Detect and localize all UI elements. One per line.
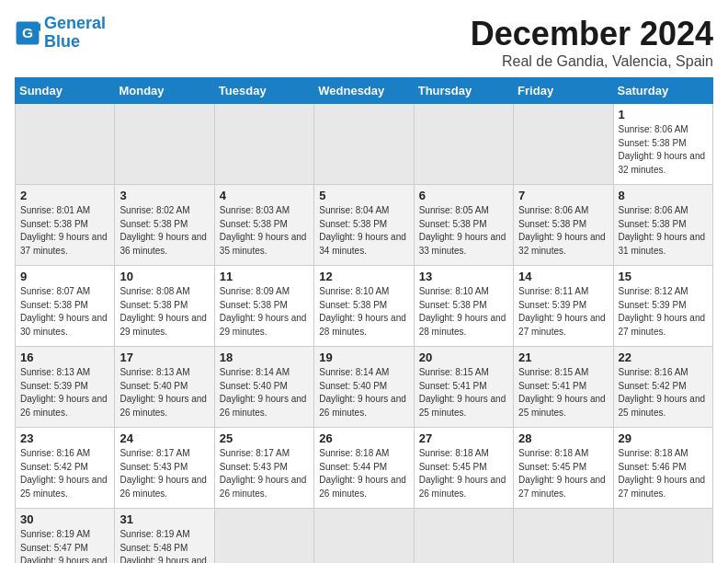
day-info: Sunrise: 8:01 AMSunset: 5:38 PMDaylight:… — [20, 204, 109, 258]
calendar-cell: 16Sunrise: 8:13 AMSunset: 5:39 PMDayligh… — [16, 347, 115, 428]
day-number: 31 — [119, 512, 209, 526]
day-number: 8 — [619, 189, 708, 202]
day-number: 19 — [319, 350, 408, 364]
day-number: 5 — [319, 189, 408, 202]
day-number: 24 — [119, 431, 209, 445]
calendar-cell: 4Sunrise: 8:03 AMSunset: 5:38 PMDaylight… — [214, 185, 313, 266]
calendar-cell — [414, 104, 513, 185]
day-info: Sunrise: 8:12 AMSunset: 5:39 PMDaylight:… — [619, 285, 708, 339]
day-info: Sunrise: 8:04 AMSunset: 5:38 PMDaylight:… — [319, 204, 408, 258]
calendar-cell — [214, 509, 313, 564]
day-header-thursday: Thursday — [414, 78, 513, 104]
calendar-cell: 28Sunrise: 8:18 AMSunset: 5:45 PMDayligh… — [514, 428, 613, 509]
calendar-cell: 18Sunrise: 8:14 AMSunset: 5:40 PMDayligh… — [214, 347, 313, 428]
calendar-cell: 29Sunrise: 8:18 AMSunset: 5:46 PMDayligh… — [613, 428, 712, 509]
day-number: 6 — [419, 189, 508, 202]
day-info: Sunrise: 8:06 AMSunset: 5:38 PMDaylight:… — [518, 204, 608, 258]
day-number: 11 — [220, 270, 309, 283]
day-number: 21 — [518, 350, 608, 364]
day-header-monday: Monday — [115, 78, 214, 104]
day-info: Sunrise: 8:15 AMSunset: 5:41 PMDaylight:… — [419, 366, 508, 419]
calendar-cell: 27Sunrise: 8:18 AMSunset: 5:45 PMDayligh… — [414, 428, 513, 509]
calendar-cell: 3Sunrise: 8:02 AMSunset: 5:38 PMDaylight… — [115, 185, 214, 266]
day-number: 10 — [119, 270, 209, 283]
day-info: Sunrise: 8:19 AMSunset: 5:47 PMDaylight:… — [20, 528, 109, 563]
calendar-week-0: 1Sunrise: 8:06 AMSunset: 5:38 PMDaylight… — [16, 104, 713, 185]
day-number: 26 — [319, 431, 408, 445]
calendar-cell: 21Sunrise: 8:15 AMSunset: 5:41 PMDayligh… — [514, 347, 613, 428]
day-number: 28 — [518, 431, 608, 445]
page-header: G GeneralBlue December 2024 Real de Gand… — [15, 15, 713, 70]
day-info: Sunrise: 8:19 AMSunset: 5:48 PMDaylight:… — [119, 528, 209, 563]
calendar-cell — [613, 509, 712, 564]
day-info: Sunrise: 8:13 AMSunset: 5:39 PMDaylight:… — [20, 366, 109, 419]
day-number: 29 — [619, 431, 708, 445]
day-number: 27 — [419, 431, 508, 445]
calendar-cell — [214, 104, 313, 185]
calendar-cell — [514, 509, 613, 564]
day-info: Sunrise: 8:18 AMSunset: 5:45 PMDaylight:… — [419, 447, 508, 500]
calendar-cell: 8Sunrise: 8:06 AMSunset: 5:38 PMDaylight… — [613, 185, 712, 266]
logo-text: GeneralBlue — [44, 15, 106, 52]
day-info: Sunrise: 8:18 AMSunset: 5:44 PMDaylight:… — [319, 447, 408, 500]
day-info: Sunrise: 8:06 AMSunset: 5:38 PMDaylight:… — [619, 123, 708, 177]
calendar-cell: 30Sunrise: 8:19 AMSunset: 5:47 PMDayligh… — [16, 509, 115, 564]
day-info: Sunrise: 8:02 AMSunset: 5:38 PMDaylight:… — [119, 204, 209, 258]
calendar-week-5: 30Sunrise: 8:19 AMSunset: 5:47 PMDayligh… — [16, 509, 713, 564]
calendar-cell: 15Sunrise: 8:12 AMSunset: 5:39 PMDayligh… — [613, 266, 712, 347]
day-number: 7 — [518, 189, 608, 202]
day-info: Sunrise: 8:06 AMSunset: 5:38 PMDaylight:… — [619, 204, 708, 258]
calendar-cell — [314, 104, 414, 185]
calendar-cell: 11Sunrise: 8:09 AMSunset: 5:38 PMDayligh… — [214, 266, 313, 347]
calendar-cell: 26Sunrise: 8:18 AMSunset: 5:44 PMDayligh… — [314, 428, 414, 509]
day-number: 14 — [518, 270, 608, 283]
calendar-cell — [414, 509, 513, 564]
day-header-wednesday: Wednesday — [314, 78, 414, 104]
calendar-cell: 10Sunrise: 8:08 AMSunset: 5:38 PMDayligh… — [115, 266, 214, 347]
calendar-cell — [16, 104, 115, 185]
month-title: December 2024 — [471, 15, 713, 53]
day-number: 17 — [119, 350, 209, 364]
day-number: 12 — [319, 270, 408, 283]
calendar-cell: 6Sunrise: 8:05 AMSunset: 5:38 PMDaylight… — [414, 185, 513, 266]
logo: G GeneralBlue — [15, 15, 106, 52]
day-number: 25 — [220, 431, 309, 445]
calendar-cell: 20Sunrise: 8:15 AMSunset: 5:41 PMDayligh… — [414, 347, 513, 428]
day-info: Sunrise: 8:17 AMSunset: 5:43 PMDaylight:… — [119, 447, 209, 500]
day-info: Sunrise: 8:16 AMSunset: 5:42 PMDaylight:… — [20, 447, 109, 500]
day-number: 4 — [220, 189, 309, 202]
day-number: 3 — [119, 189, 209, 202]
day-info: Sunrise: 8:14 AMSunset: 5:40 PMDaylight:… — [220, 366, 309, 419]
calendar-cell: 1Sunrise: 8:06 AMSunset: 5:38 PMDaylight… — [613, 104, 712, 185]
calendar-cell — [314, 509, 414, 564]
calendar-header-row: SundayMondayTuesdayWednesdayThursdayFrid… — [16, 78, 713, 104]
day-info: Sunrise: 8:17 AMSunset: 5:43 PMDaylight:… — [220, 447, 309, 500]
calendar-cell: 7Sunrise: 8:06 AMSunset: 5:38 PMDaylight… — [514, 185, 613, 266]
title-block: December 2024 Real de Gandia, Valencia, … — [471, 15, 713, 70]
day-info: Sunrise: 8:11 AMSunset: 5:39 PMDaylight:… — [518, 285, 608, 339]
day-number: 15 — [619, 270, 708, 283]
day-header-saturday: Saturday — [613, 78, 712, 104]
calendar-cell: 22Sunrise: 8:16 AMSunset: 5:42 PMDayligh… — [613, 347, 712, 428]
day-number: 20 — [419, 350, 508, 364]
logo-icon: G — [15, 20, 40, 46]
calendar-cell: 9Sunrise: 8:07 AMSunset: 5:38 PMDaylight… — [16, 266, 115, 347]
day-number: 30 — [20, 512, 109, 526]
calendar-cell: 12Sunrise: 8:10 AMSunset: 5:38 PMDayligh… — [314, 266, 414, 347]
day-header-tuesday: Tuesday — [214, 78, 313, 104]
day-number: 13 — [419, 270, 508, 283]
calendar-cell: 24Sunrise: 8:17 AMSunset: 5:43 PMDayligh… — [115, 428, 214, 509]
day-info: Sunrise: 8:05 AMSunset: 5:38 PMDaylight:… — [419, 204, 508, 258]
day-info: Sunrise: 8:15 AMSunset: 5:41 PMDaylight:… — [518, 366, 608, 419]
calendar-week-1: 2Sunrise: 8:01 AMSunset: 5:38 PMDaylight… — [16, 185, 713, 266]
day-number: 1 — [619, 108, 708, 121]
calendar-cell: 2Sunrise: 8:01 AMSunset: 5:38 PMDaylight… — [16, 185, 115, 266]
day-number: 16 — [20, 350, 109, 364]
day-header-friday: Friday — [514, 78, 613, 104]
day-info: Sunrise: 8:03 AMSunset: 5:38 PMDaylight:… — [220, 204, 309, 258]
day-number: 22 — [619, 350, 708, 364]
day-info: Sunrise: 8:14 AMSunset: 5:40 PMDaylight:… — [319, 366, 408, 419]
day-number: 18 — [220, 350, 309, 364]
location-subtitle: Real de Gandia, Valencia, Spain — [471, 53, 713, 70]
day-info: Sunrise: 8:08 AMSunset: 5:38 PMDaylight:… — [119, 285, 209, 339]
